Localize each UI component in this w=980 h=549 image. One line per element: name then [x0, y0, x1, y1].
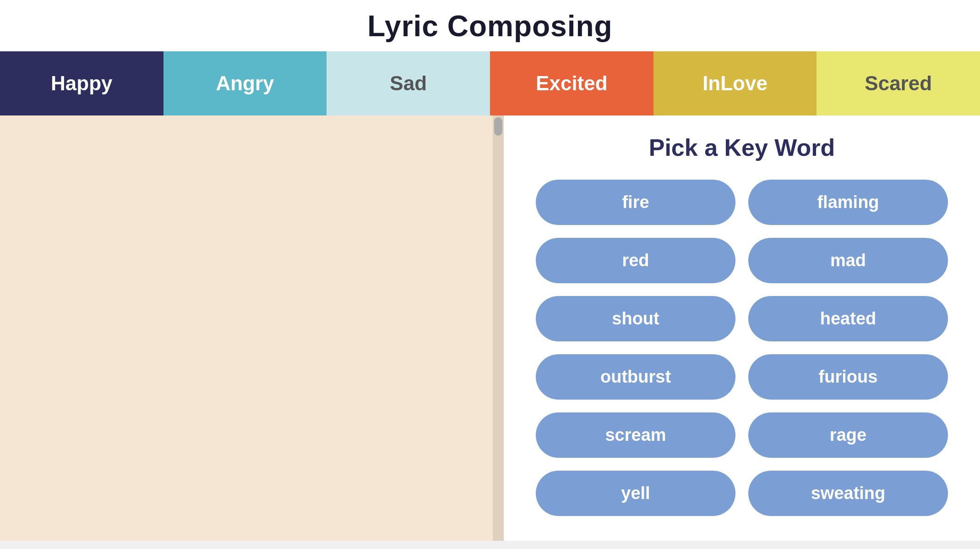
- keyword-grid: fire flaming red mad shout heated outbur…: [536, 180, 948, 516]
- scrollbar[interactable]: [493, 115, 504, 541]
- keyword-scream[interactable]: scream: [536, 412, 735, 458]
- tab-scared[interactable]: Scared: [817, 51, 980, 115]
- page-title: Lyric Composing: [0, 0, 980, 51]
- tab-bar: Happy Angry Sad Excited InLove Scared: [0, 51, 980, 115]
- scrollbar-thumb[interactable]: [494, 117, 502, 136]
- keyword-shout[interactable]: shout: [536, 296, 735, 341]
- keyword-panel-title: Pick a Key Word: [649, 134, 835, 161]
- tab-sad[interactable]: Sad: [327, 51, 490, 115]
- keyword-panel: Pick a Key Word fire flaming red mad sho…: [504, 115, 980, 541]
- tab-inlove[interactable]: InLove: [653, 51, 817, 115]
- tab-excited[interactable]: Excited: [490, 51, 653, 115]
- tab-happy[interactable]: Happy: [0, 51, 163, 115]
- keyword-heated[interactable]: heated: [748, 296, 948, 341]
- keyword-mad[interactable]: mad: [748, 238, 948, 283]
- keyword-red[interactable]: red: [536, 238, 735, 283]
- keyword-yell[interactable]: yell: [536, 471, 735, 516]
- tab-angry[interactable]: Angry: [163, 51, 327, 115]
- keyword-rage[interactable]: rage: [748, 412, 948, 458]
- main-content: Pick a Key Word fire flaming red mad sho…: [0, 115, 980, 541]
- keyword-furious[interactable]: furious: [748, 354, 948, 400]
- keyword-outburst[interactable]: outburst: [536, 354, 735, 400]
- keyword-flaming[interactable]: flaming: [748, 180, 948, 225]
- keyword-fire[interactable]: fire: [536, 180, 735, 225]
- lyric-area[interactable]: [0, 115, 504, 541]
- bottom-area: [0, 541, 980, 549]
- keyword-sweating[interactable]: sweating: [748, 471, 948, 516]
